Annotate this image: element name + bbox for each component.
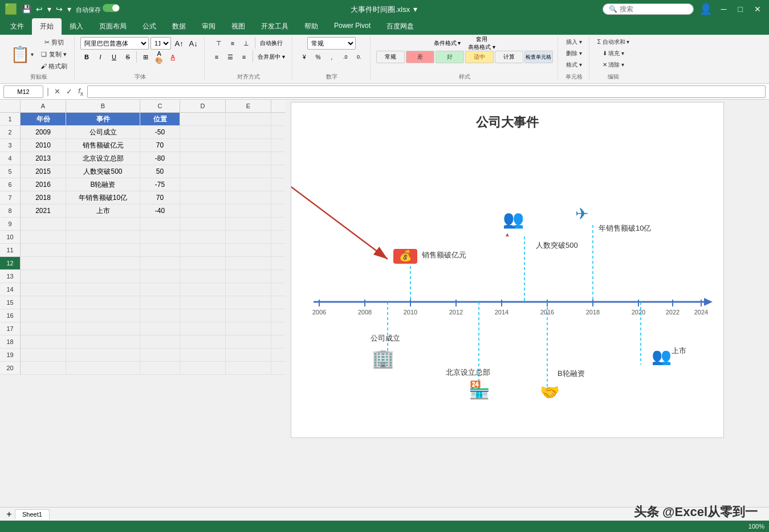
cell-e9[interactable]	[226, 218, 271, 230]
cell-e20[interactable]	[226, 362, 271, 374]
cell-b7[interactable]: 年销售额破10亿	[66, 191, 140, 204]
row-header-6[interactable]: 6	[0, 178, 21, 191]
cell-e5[interactable]	[226, 165, 271, 178]
cell-b17[interactable]	[66, 322, 140, 335]
row-header-12[interactable]: 12	[0, 257, 21, 269]
cell-d15[interactable]	[180, 296, 226, 309]
font-decrease-button[interactable]: A↓	[187, 37, 200, 50]
cell-a11[interactable]	[21, 244, 66, 256]
cell-c20[interactable]	[140, 362, 180, 374]
border-button[interactable]: ⊞	[139, 51, 152, 63]
format-painter-button[interactable]: 🖌 格式刷	[38, 61, 70, 72]
align-top-button[interactable]: ⊤	[213, 37, 225, 50]
cell-c7[interactable]: 70	[140, 191, 180, 204]
cell-d8[interactable]	[180, 204, 226, 217]
cell-e3[interactable]	[226, 139, 271, 152]
cell-b5[interactable]: 人数突破500	[66, 165, 140, 178]
save-button[interactable]: 💾	[21, 3, 32, 15]
row-header-19[interactable]: 19	[0, 349, 21, 361]
font-name-select[interactable]: 阿里巴巴普惠体	[80, 37, 149, 50]
style-calc[interactable]: 计算	[495, 51, 523, 63]
cell-d16[interactable]	[180, 309, 226, 322]
cell-a10[interactable]	[21, 231, 66, 243]
font-size-select[interactable]: 11	[150, 37, 171, 50]
tab-help[interactable]: 帮助	[296, 18, 326, 35]
cell-b16[interactable]	[66, 309, 140, 322]
row-header-14[interactable]: 14	[0, 283, 21, 296]
style-good[interactable]: 好	[436, 51, 464, 63]
cut-button[interactable]: ✂ 剪切	[38, 37, 70, 48]
formula-fx[interactable]: fx	[76, 87, 85, 97]
decrease-decimal-button[interactable]: 0.	[353, 51, 365, 63]
cell-e2[interactable]	[226, 126, 271, 138]
clear-button[interactable]: ✕ 清除 ▾	[600, 60, 627, 70]
cell-b6[interactable]: B轮融资	[66, 178, 140, 191]
percent-button[interactable]: %	[312, 51, 324, 63]
tab-insert[interactable]: 插入	[62, 18, 91, 35]
cell-a2[interactable]: 2009	[21, 126, 66, 138]
paste-dropdown[interactable]: ▾	[31, 51, 34, 58]
cell-e6[interactable]	[226, 178, 271, 191]
style-bad[interactable]: 差	[406, 51, 434, 63]
cell-b4[interactable]: 北京设立总部	[66, 152, 140, 165]
align-right-button[interactable]: ≡	[238, 51, 250, 63]
cell-e7[interactable]	[226, 191, 271, 204]
cell-b11[interactable]	[66, 244, 140, 256]
cell-b15[interactable]	[66, 296, 140, 309]
cell-b12[interactable]	[66, 257, 140, 269]
tab-data[interactable]: 数据	[164, 18, 194, 35]
cell-a12[interactable]	[21, 257, 66, 269]
row-header-11[interactable]: 11	[0, 244, 21, 256]
format-cells-button[interactable]: 格式 ▾	[564, 60, 584, 70]
account-button[interactable]: 👤	[698, 2, 713, 17]
cell-b14[interactable]	[66, 283, 140, 296]
copy-button[interactable]: ❑ 复制 ▾	[38, 49, 70, 60]
cell-c9[interactable]	[140, 218, 180, 230]
cell-c15[interactable]	[140, 296, 180, 309]
cell-d12[interactable]	[180, 257, 226, 269]
align-bottom-button[interactable]: ⊥	[240, 37, 253, 50]
cell-a17[interactable]	[21, 322, 66, 335]
col-header-d[interactable]: D	[180, 100, 226, 112]
font-increase-button[interactable]: A↑	[173, 37, 185, 50]
cell-b8[interactable]: 上市	[66, 204, 140, 217]
italic-button[interactable]: I	[94, 51, 107, 63]
cell-d3[interactable]	[180, 139, 226, 152]
cell-e4[interactable]	[226, 152, 271, 165]
cell-b13[interactable]	[66, 270, 140, 283]
cell-e1[interactable]	[226, 113, 271, 125]
cell-b3[interactable]: 销售额破亿元	[66, 139, 140, 152]
tab-layout[interactable]: 页面布局	[91, 18, 135, 35]
cell-e8[interactable]	[226, 204, 271, 217]
cell-d6[interactable]	[180, 178, 226, 191]
conditional-format-button[interactable]: 条件格式 ▾	[431, 37, 464, 50]
maximize-button[interactable]: □	[735, 3, 746, 15]
cell-c18[interactable]	[140, 335, 180, 348]
cell-d2[interactable]	[180, 126, 226, 138]
table-format-button[interactable]: 套用表格格式 ▾	[465, 37, 498, 50]
undo-button[interactable]: ↩	[35, 3, 44, 15]
col-header-c[interactable]: C	[140, 100, 180, 112]
cell-e10[interactable]	[226, 231, 271, 243]
row-header-7[interactable]: 7	[0, 191, 21, 204]
cell-d4[interactable]	[180, 152, 226, 165]
comma-button[interactable]: ,	[325, 51, 338, 63]
formula-cross[interactable]: ✕	[52, 87, 62, 96]
cell-a6[interactable]: 2016	[21, 178, 66, 191]
cell-c13[interactable]	[140, 270, 180, 283]
cell-a8[interactable]: 2021	[21, 204, 66, 217]
tab-formula[interactable]: 公式	[135, 18, 164, 35]
search-input[interactable]	[620, 5, 688, 13]
row-header-3[interactable]: 3	[0, 139, 21, 152]
redo-dropdown[interactable]: ▾	[66, 3, 72, 15]
row-header-20[interactable]: 20	[0, 362, 21, 374]
sheet-tab-sheet1[interactable]: Sheet1	[15, 509, 50, 519]
cell-e12[interactable]	[226, 257, 271, 269]
cell-d17[interactable]	[180, 322, 226, 335]
col-header-a[interactable]: A	[21, 100, 66, 112]
cell-a18[interactable]	[21, 335, 66, 348]
add-sheet-button[interactable]: +	[3, 509, 15, 520]
cell-e16[interactable]	[226, 309, 271, 322]
cell-d14[interactable]	[180, 283, 226, 296]
row-header-8[interactable]: 8	[0, 204, 21, 217]
